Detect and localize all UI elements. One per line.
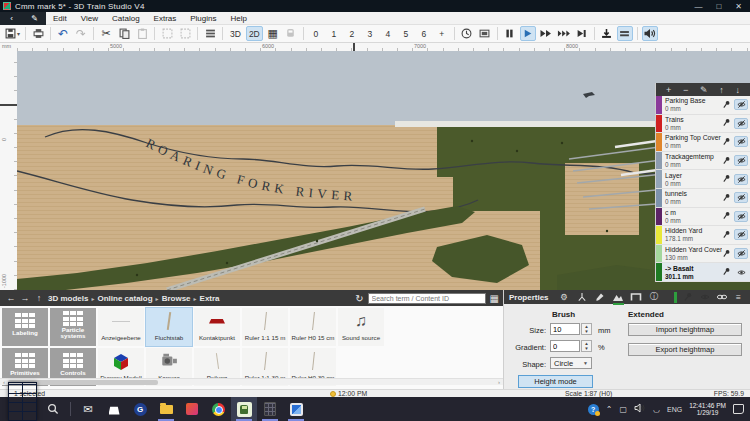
taskbar-chrome-icon[interactable] (205, 397, 231, 421)
pin-icon[interactable] (722, 137, 733, 147)
camera-preset-add[interactable]: + (434, 26, 450, 41)
scroll-right-icon[interactable]: › (495, 379, 503, 386)
minimize-button[interactable]: — (694, 2, 702, 11)
camera-preset-5[interactable]: 5 (398, 26, 414, 41)
eye-icon[interactable] (734, 267, 748, 278)
info-icon[interactable]: ⓘ (648, 292, 661, 303)
sim-clock-button[interactable] (459, 26, 475, 41)
tray-chevron-up-icon[interactable]: ⌃ (606, 405, 613, 414)
taskbar-mail-icon[interactable]: ✉ (75, 397, 101, 421)
breadcrumb-extra[interactable]: Extra (200, 294, 220, 303)
camera-preset-6[interactable]: 6 (416, 26, 432, 41)
camera-preset-4[interactable]: 4 (380, 26, 396, 41)
select-rect-button[interactable] (159, 26, 175, 41)
taskbar-photos-icon[interactable] (179, 397, 205, 421)
tray-speaker-icon[interactable] (634, 403, 646, 415)
layer-row[interactable]: Layer0 mm (656, 170, 750, 189)
cut-button[interactable]: ✂ (98, 26, 114, 41)
taskbar-store-icon[interactable] (101, 397, 127, 421)
eye-slash-icon[interactable] (734, 229, 748, 240)
size-input[interactable] (550, 323, 580, 335)
tray-notification-icon[interactable] (733, 404, 744, 414)
camera-preset-0[interactable]: 0 (308, 26, 324, 41)
layer-row[interactable]: Parking Top Cover0 mm (656, 133, 750, 152)
move-layer-down-icon[interactable]: ↓ (736, 85, 741, 95)
catalog-forward-icon[interactable]: → (18, 293, 32, 303)
export-heightmap-button[interactable]: Export heightmap (628, 343, 742, 356)
link-icon[interactable] (715, 292, 728, 303)
menu-extras[interactable]: Extras (147, 12, 184, 25)
layer-row[interactable]: Hidden Yard Cover130 mm (656, 245, 750, 264)
breadcrumb-3d-models[interactable]: 3D models (48, 294, 88, 303)
layer-row[interactable]: Trains0 mm (656, 115, 750, 134)
layer-row[interactable]: Parking Base0 mm (656, 96, 750, 115)
catalog-up-icon[interactable]: ↑ (32, 293, 46, 303)
gradient-stepper[interactable]: ▲▼ (581, 340, 592, 352)
maximize-button[interactable]: □ (716, 2, 721, 11)
undo-button[interactable]: ↶ (55, 26, 71, 41)
catalog-item-ruler-1-1-15m[interactable]: Ruler 1:1 15 m (242, 308, 288, 346)
pin-icon[interactable] (681, 292, 694, 303)
catalog-back-icon[interactable]: ← (4, 293, 18, 303)
pin-icon[interactable] (722, 156, 733, 166)
axis-icon[interactable] (576, 292, 589, 303)
tray-keyboard-icon[interactable]: ▢ (619, 405, 627, 414)
train-mode-button[interactable] (283, 26, 299, 41)
gradient-input[interactable] (550, 340, 580, 352)
catalog-folder-particle-systems[interactable]: Particle systems (50, 308, 96, 346)
eye-slash-icon[interactable] (734, 136, 748, 147)
taskbar-paint-app-icon[interactable] (283, 397, 309, 421)
contour-lines-button[interactable] (617, 26, 633, 41)
skip-end-button[interactable] (574, 26, 590, 41)
catalog-item-ruler-h0-15cm[interactable]: Ruler H0 15 cm (290, 308, 336, 346)
baseboard-tool-icon[interactable] (630, 292, 643, 303)
move-layer-up-icon[interactable]: ↑ (719, 85, 724, 95)
start-button-tardis[interactable] (8, 382, 37, 421)
sound-toggle-button[interactable] (642, 26, 658, 41)
import-heightmap-button[interactable]: Import heightmap (628, 323, 742, 336)
pause-button[interactable] (502, 26, 518, 41)
fastest-forward-button[interactable] (556, 26, 572, 41)
layer-row[interactable]: Trackagemtemp0 mm (656, 152, 750, 171)
pin-icon[interactable] (722, 230, 733, 240)
view-3d-button[interactable]: 3D (227, 26, 244, 41)
eye-slash-icon[interactable] (734, 99, 748, 110)
eye-slash-icon[interactable] (734, 211, 748, 222)
edit-layer-icon[interactable]: ✎ (700, 85, 708, 95)
menu-catalog[interactable]: Catalog (105, 12, 147, 25)
taskbar-search-button[interactable] (40, 397, 66, 421)
taskbar-train-studio-icon[interactable] (231, 397, 257, 421)
paste-button[interactable] (134, 26, 150, 41)
ground-snap-button[interactable] (599, 26, 615, 41)
layer-row[interactable]: c m0 mm (656, 208, 750, 227)
layers-button[interactable] (202, 26, 218, 41)
select-add-button[interactable] (177, 26, 193, 41)
catalog-item-kontaktpunkt[interactable]: Kontaktpunkt (194, 308, 240, 346)
catalog-item-fluchtstab-selected[interactable]: Fluchtstab (146, 308, 192, 346)
remove-layer-icon[interactable]: − (683, 85, 688, 95)
refresh-icon[interactable]: ↻ (355, 293, 363, 304)
pencil-icon[interactable]: ✎ (23, 12, 46, 25)
grid-view-icon[interactable]: ▦ (490, 293, 499, 304)
scroll-left-icon[interactable]: ‹ (0, 379, 8, 386)
paint-tool-icon[interactable] (594, 292, 607, 303)
taskbar-file-explorer-icon[interactable] (153, 397, 179, 421)
eye-slash-icon[interactable] (734, 155, 748, 166)
size-stepper[interactable]: ▲▼ (581, 323, 592, 335)
eye-icon[interactable] (698, 292, 711, 303)
eye-slash-icon[interactable] (734, 118, 748, 129)
menu-view[interactable]: View (74, 12, 105, 25)
catalog-folder-labeling[interactable]: Labeling (2, 308, 48, 346)
camera-preset-2[interactable]: 2 (344, 26, 360, 41)
camera-preset-3[interactable]: 3 (362, 26, 378, 41)
tray-clock[interactable]: 12:41:46 PM 1/29/19 (689, 402, 726, 417)
eye-slash-icon[interactable] (734, 192, 748, 203)
back-arrow-icon[interactable]: ‹ (0, 12, 23, 25)
pin-icon[interactable] (722, 100, 733, 110)
add-layer-icon[interactable]: + (666, 85, 671, 95)
layer-row[interactable]: Hidden Yard178.1 mm (656, 226, 750, 245)
menu-icon[interactable]: ≡ (732, 292, 745, 303)
play-button[interactable] (520, 26, 536, 41)
event-view-button[interactable] (477, 26, 493, 41)
fast-forward-button[interactable] (538, 26, 554, 41)
